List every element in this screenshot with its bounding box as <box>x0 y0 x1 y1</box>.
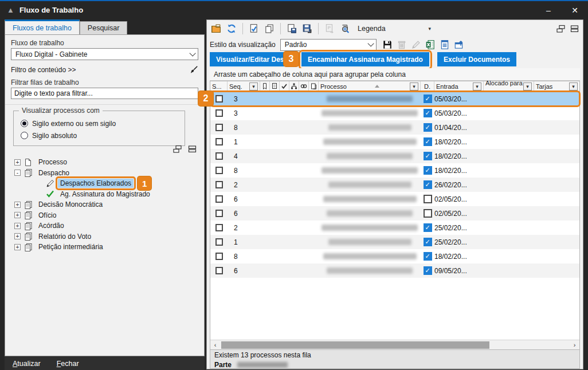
header-tarjas[interactable]: Tarjas <box>534 81 579 91</box>
table-row[interactable]: 6 02/05/20... <box>210 206 579 221</box>
row-select-checkbox[interactable] <box>215 224 223 231</box>
link-icon[interactable] <box>299 81 309 91</box>
fechar-button[interactable]: Fechar <box>57 360 79 368</box>
table-row[interactable]: 6 02/05/20... <box>210 192 579 206</box>
row-select-checkbox[interactable] <box>215 167 223 174</box>
report-icon[interactable] <box>440 40 450 50</box>
document-icon[interactable] <box>270 81 280 91</box>
table-row[interactable]: 2 3 05/03/20... <box>210 92 579 106</box>
row-select-checkbox[interactable] <box>215 152 223 160</box>
filter-dropdown-icon[interactable] <box>569 82 578 90</box>
tree-expander-icon[interactable]: + <box>14 223 21 229</box>
table-row[interactable]: 2 25/02/20... <box>210 221 579 235</box>
delete-icon[interactable] <box>397 40 407 50</box>
collapse-groups-icon[interactable] <box>187 144 197 153</box>
content-filter-link[interactable]: Filtro de conteúdo >> <box>11 66 76 74</box>
header-seq[interactable]: Seq. <box>228 81 260 91</box>
header-alocado[interactable]: Alocado para ... <box>484 81 534 91</box>
tree-item[interactable]: + Relatório do Voto <box>10 231 201 242</box>
row-select-checkbox[interactable] <box>215 195 223 203</box>
table-row[interactable]: 1 25/02/20... <box>210 235 579 249</box>
tab-fluxos-de-trabalho[interactable]: Fluxos de trabalho <box>5 19 80 34</box>
legend-dropdown[interactable]: Legenda ▾ <box>358 25 431 33</box>
documento-checkbox-icon[interactable] <box>424 123 432 132</box>
collapse-groups-icon[interactable] <box>570 24 579 33</box>
table-row[interactable]: 2 26/02/20... <box>210 178 579 192</box>
clear-filter-brush-icon[interactable] <box>189 65 198 74</box>
filter-dropdown-icon[interactable] <box>410 82 418 90</box>
table-row[interactable]: 1 18/02/20... <box>210 135 579 149</box>
table-row[interactable]: 4 18/02/20... <box>210 149 579 163</box>
table-row[interactable]: 8 01/04/20... <box>210 120 579 135</box>
documento-checkbox-icon[interactable] <box>424 95 432 103</box>
clipboard-icon[interactable] <box>309 81 319 91</box>
group-by-bar[interactable]: Arraste um cabeçalho de coluna aqui para… <box>210 68 580 81</box>
hierarchy-icon[interactable] <box>289 81 299 91</box>
documento-checkbox-icon[interactable] <box>424 266 432 275</box>
horizontal-scrollbar[interactable]: ‹ › <box>210 340 579 349</box>
documento-checkbox-icon[interactable] <box>424 109 432 117</box>
save-as-icon[interactable] <box>301 22 313 35</box>
row-select-checkbox[interactable] <box>215 109 223 117</box>
header-select[interactable]: S... <box>210 81 228 91</box>
refresh-icon[interactable] <box>225 22 238 35</box>
tree-expander-icon[interactable]: + <box>14 212 21 218</box>
edit-icon[interactable] <box>411 40 421 50</box>
scroll-right-icon[interactable]: › <box>570 340 579 349</box>
scroll-left-icon[interactable]: ‹ <box>210 340 220 349</box>
scrollbar-thumb[interactable] <box>221 341 489 349</box>
row-select-checkbox[interactable] <box>215 95 223 103</box>
filter-dropdown-icon[interactable] <box>473 82 481 90</box>
expand-groups-icon[interactable] <box>556 24 566 33</box>
tab-pesquisar[interactable]: Pesquisar <box>80 21 128 34</box>
documento-checkbox-icon[interactable] <box>424 209 432 218</box>
atualizar-button[interactable]: Atualizar <box>13 360 41 368</box>
documento-checkbox-icon[interactable] <box>424 180 432 189</box>
row-select-checkbox[interactable] <box>215 124 223 131</box>
excel-icon[interactable] <box>425 40 436 50</box>
document-check-icon[interactable] <box>248 22 260 35</box>
tree-expander-icon[interactable]: + <box>14 244 21 250</box>
save-icon[interactable] <box>382 40 393 50</box>
table-row[interactable]: 3 05/03/20... <box>210 106 579 120</box>
documento-checkbox-icon[interactable] <box>424 223 432 232</box>
tree-expander-icon[interactable]: + <box>14 159 21 166</box>
style-select[interactable]: Padrão <box>280 39 377 51</box>
documento-checkbox-icon[interactable] <box>424 195 432 203</box>
document-forward-icon[interactable]: P <box>323 22 336 35</box>
row-select-checkbox[interactable] <box>215 267 223 274</box>
documento-checkbox-icon[interactable] <box>424 152 432 160</box>
radio-option[interactable]: Sigilo absoluto <box>21 129 181 141</box>
folder-icon[interactable] <box>210 22 222 35</box>
export-icon[interactable] <box>454 40 464 50</box>
row-select-checkbox[interactable] <box>215 253 223 260</box>
header-entrada[interactable]: Entrada <box>434 81 484 91</box>
check-icon[interactable] <box>280 81 289 91</box>
tree-item[interactable]: + Petição intermediária <box>10 242 201 253</box>
row-select-checkbox[interactable] <box>215 210 223 217</box>
tree-item[interactable]: Despachos Elaborados 1 <box>10 178 201 189</box>
zoom-settings-icon[interactable] <box>339 22 351 35</box>
documento-checkbox-icon[interactable] <box>424 137 432 146</box>
tree-item[interactable]: Ag. Assinatura do Magistrado <box>10 189 201 200</box>
copy-document-icon[interactable] <box>263 22 276 35</box>
queue-filter-input[interactable] <box>11 88 198 99</box>
header-d[interactable]: D. <box>421 81 434 91</box>
workflow-select[interactable]: Fluxo Digital - Gabinete <box>11 48 198 60</box>
documento-checkbox-icon[interactable] <box>424 166 432 175</box>
expand-groups-icon[interactable] <box>173 144 182 153</box>
tree-item[interactable]: + Acórdão <box>10 221 201 231</box>
bookmark-icon[interactable] <box>260 81 270 91</box>
tree-expander-icon[interactable]: + <box>14 202 21 208</box>
row-select-checkbox[interactable] <box>215 138 223 145</box>
documento-checkbox-icon[interactable] <box>424 252 432 261</box>
table-row[interactable]: 8 18/02/20... <box>210 163 579 178</box>
row-select-checkbox[interactable] <box>215 238 223 246</box>
close-button[interactable]: ✕ <box>562 1 588 19</box>
table-row[interactable]: 8 18/02/20... <box>210 249 579 263</box>
encaminhar-assinatura-magistrado-button[interactable]: Encaminhar Assinatura Magistrado <box>301 52 429 66</box>
tree-item[interactable]: + Processo <box>10 157 201 168</box>
tree-expander-icon[interactable]: - <box>14 170 21 176</box>
filter-dropdown-icon[interactable] <box>249 82 258 90</box>
row-select-checkbox[interactable] <box>215 181 223 188</box>
